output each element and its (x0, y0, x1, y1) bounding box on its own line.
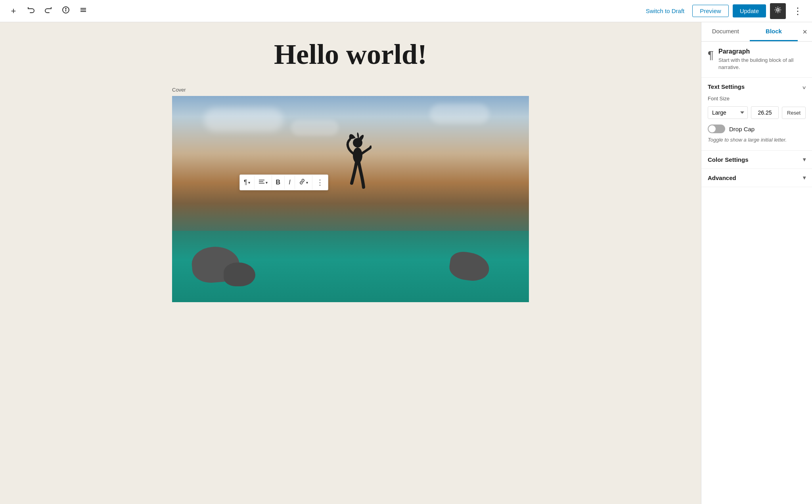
drop-cap-row: Drop Cap (708, 125, 806, 133)
panel-close-button[interactable]: × (798, 22, 812, 41)
close-icon: × (802, 27, 807, 36)
color-settings-section: Color Settings ▾ (701, 151, 812, 169)
add-block-button[interactable]: + (6, 4, 21, 18)
block-description: Start with the building block of all nar… (718, 57, 806, 71)
advanced-label: Advanced (708, 174, 736, 181)
more-options-button[interactable]: ⋮ (790, 5, 806, 17)
advanced-section: Advanced ▾ (701, 169, 812, 187)
paragraph-block-icon: ¶ (708, 49, 714, 61)
list-icon (79, 6, 87, 16)
italic-icon: I (289, 179, 290, 186)
plus-icon: + (11, 6, 16, 16)
drop-cap-description: Toggle to show a large initial letter. (708, 136, 806, 144)
link-icon (299, 178, 305, 186)
cover-block-label: Cover (172, 87, 186, 93)
document-tab[interactable]: Document (701, 22, 750, 41)
undo-icon (27, 6, 35, 16)
text-settings-chevron: ^ (802, 84, 806, 90)
text-settings-label: Text Settings (708, 83, 745, 90)
paragraph-icon: ¶ (244, 179, 247, 186)
block-info: ¶ Paragraph Start with the building bloc… (701, 42, 812, 78)
main-content: Hello world! Cover (0, 22, 812, 504)
font-size-input[interactable] (751, 106, 779, 119)
advanced-chevron: ▾ (803, 174, 806, 181)
paragraph-style-button[interactable]: ¶ ▾ (240, 176, 255, 189)
editor-area[interactable]: Hello world! Cover (0, 22, 701, 504)
block-type-icon: ¶ (708, 49, 714, 61)
color-settings-header[interactable]: Color Settings ▾ (701, 151, 812, 169)
toggle-knob (709, 125, 716, 132)
font-size-label: Font Size (708, 96, 806, 102)
toolbar-right: Switch to Draft Preview Update ⋮ (642, 3, 806, 19)
toolbar-left: + (6, 4, 90, 18)
align-button[interactable]: ▾ (255, 175, 272, 190)
block-name: Paragraph (718, 48, 806, 55)
svg-point-6 (777, 9, 779, 11)
svg-point-2 (65, 8, 66, 9)
undo-button[interactable] (24, 4, 38, 18)
list-view-button[interactable] (76, 4, 90, 18)
drop-cap-label: Drop Cap (729, 126, 755, 132)
block-tab[interactable]: Block (750, 22, 798, 41)
align-dropdown-icon: ▾ (266, 180, 268, 185)
update-button[interactable]: Update (733, 4, 766, 17)
preview-button[interactable]: Preview (692, 5, 728, 17)
paragraph-dropdown-icon: ▾ (248, 180, 250, 185)
info-button[interactable] (59, 4, 73, 18)
link-dropdown-icon: ▾ (306, 180, 308, 185)
color-settings-chevron: ▾ (803, 156, 806, 163)
cover-block[interactable]: ¶ ▾ ▾ (172, 96, 529, 302)
link-button[interactable]: ▾ (295, 175, 312, 190)
text-settings-header[interactable]: Text Settings ^ (701, 78, 812, 96)
info-icon (62, 6, 70, 16)
align-icon (259, 178, 265, 186)
color-settings-label: Color Settings (708, 156, 749, 163)
right-panel: Document Block × ¶ Paragraph Start with … (701, 22, 812, 504)
drop-cap-toggle[interactable] (708, 125, 725, 133)
bold-button[interactable]: B (272, 176, 285, 189)
bold-icon: B (276, 179, 281, 186)
text-settings-section: Text Settings ^ Font Size Large Small No… (701, 78, 812, 150)
editor-inner: Hello world! Cover (172, 38, 529, 302)
panel-tabs: Document Block × (701, 22, 812, 42)
font-size-row: Large Small Normal Medium Huge Reset (708, 106, 806, 119)
more-options-icon: ⋮ (316, 178, 324, 187)
block-info-text: Paragraph Start with the building block … (718, 48, 806, 71)
block-formatting-toolbar: ¶ ▾ ▾ (239, 174, 328, 190)
text-settings-content: Font Size Large Small Normal Medium Huge… (701, 96, 812, 150)
settings-button[interactable] (770, 3, 786, 19)
italic-button[interactable]: I (285, 176, 295, 189)
advanced-header[interactable]: Advanced ▾ (701, 169, 812, 187)
font-size-select[interactable]: Large Small Normal Medium Huge (708, 106, 748, 119)
gear-icon (774, 6, 782, 16)
post-title[interactable]: Hello world! (172, 38, 529, 71)
more-rich-text-button[interactable]: ⋮ (312, 175, 328, 190)
top-toolbar: + (0, 0, 812, 22)
switch-to-draft-button[interactable]: Switch to Draft (642, 5, 689, 17)
svg-point-7 (353, 148, 362, 163)
redo-icon (44, 6, 52, 16)
reset-font-size-button[interactable]: Reset (782, 107, 806, 119)
redo-button[interactable] (41, 4, 56, 18)
vertical-dots-icon: ⋮ (793, 6, 802, 16)
